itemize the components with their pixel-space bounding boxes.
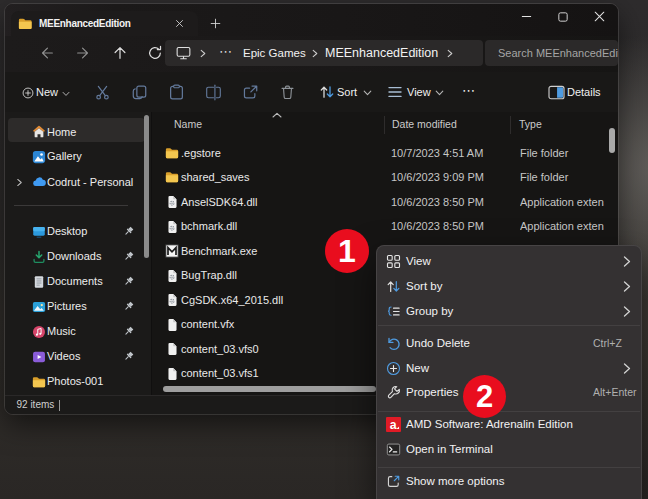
svg-text:a: a xyxy=(390,417,397,431)
